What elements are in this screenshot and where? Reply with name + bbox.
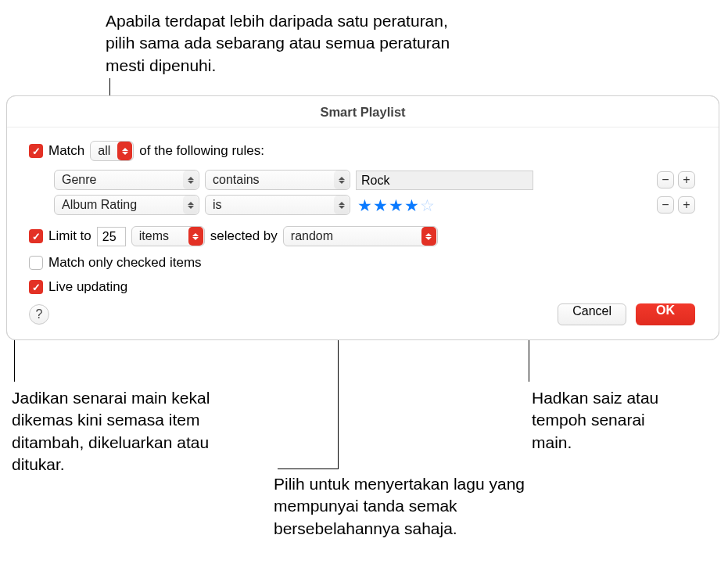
match-only-label: Match only checked items [48, 255, 202, 271]
ok-button[interactable]: OK [636, 303, 695, 325]
callout-text-limit: Hadkan saiz atau tempoh senarai main. [532, 387, 688, 454]
match-only-row: Match only checked items [29, 255, 695, 271]
chevron-updown-icon [188, 227, 203, 246]
rule-field-value: Album Rating [62, 198, 143, 212]
match-label-before: Match [48, 143, 84, 159]
rule-row: Album Rating is ★ ★ ★ ★ ☆ − + [54, 195, 695, 215]
match-mode-value: all [98, 144, 117, 158]
live-updating-row: Live updating [29, 279, 695, 295]
live-updating-checkbox[interactable] [29, 280, 43, 294]
callout-text-top: Apabila terdapat lebih daripada satu per… [106, 10, 465, 77]
rule-value-input[interactable]: Rock [356, 171, 533, 190]
rule-operator-popup[interactable]: contains [205, 170, 350, 190]
chevron-updown-icon [334, 171, 349, 189]
limit-row: Limit to 25 items selected by random [29, 226, 695, 246]
chevron-updown-icon [421, 227, 436, 246]
chevron-updown-icon [183, 196, 198, 214]
star-icon: ☆ [420, 197, 435, 214]
match-checkbox[interactable] [29, 144, 43, 158]
limit-checkbox[interactable] [29, 229, 43, 243]
rules-block: Genre contains Rock − + Album Rating [54, 170, 695, 215]
dialog-footer: ? Cancel OK [29, 303, 695, 325]
limit-method-value: random [291, 229, 339, 243]
limit-method-popup[interactable]: random [283, 226, 438, 246]
remove-rule-button[interactable]: − [657, 196, 674, 214]
rule-field-popup[interactable]: Genre [54, 170, 199, 190]
star-icon: ★ [373, 197, 388, 214]
cancel-button[interactable]: Cancel [558, 303, 626, 325]
help-button[interactable]: ? [29, 304, 49, 325]
rule-field-popup[interactable]: Album Rating [54, 195, 199, 215]
rule-field-value: Genre [62, 173, 102, 187]
callout-text-match-only: Pilih untuk menyertakan lagu yang mempun… [274, 473, 571, 540]
rule-operator-value: is [213, 198, 228, 212]
remove-rule-button[interactable]: − [657, 171, 674, 188]
chevron-updown-icon [183, 171, 198, 189]
limit-label: Limit to [48, 228, 91, 244]
rule-row: Genre contains Rock − + [54, 170, 695, 190]
limit-value-input[interactable]: 25 [97, 227, 126, 246]
rule-value-stars[interactable]: ★ ★ ★ ★ ☆ [356, 197, 435, 214]
star-icon: ★ [389, 197, 403, 214]
limit-selectedby-label: selected by [210, 228, 278, 244]
callout-line [278, 469, 339, 469]
rule-operator-value: contains [213, 173, 266, 187]
add-rule-button[interactable]: + [678, 171, 695, 188]
chevron-updown-icon [334, 196, 349, 214]
rule-operator-popup[interactable]: is [205, 195, 350, 215]
match-row: Match all of the following rules: [29, 141, 695, 161]
limit-unit-popup[interactable]: items [131, 226, 205, 246]
add-rule-button[interactable]: + [678, 196, 695, 214]
dialog-title: Smart Playlist [7, 96, 719, 127]
star-icon: ★ [357, 197, 372, 214]
limit-unit-value: items [139, 229, 175, 243]
match-only-checkbox[interactable] [29, 256, 43, 270]
smart-playlist-dialog: Smart Playlist Match all of the followin… [6, 95, 719, 340]
chevron-updown-icon [117, 142, 132, 160]
live-updating-label: Live updating [48, 279, 127, 295]
match-label-after: of the following rules: [139, 143, 264, 159]
star-icon: ★ [404, 197, 419, 214]
match-mode-popup[interactable]: all [90, 141, 134, 161]
callout-text-live: Jadikan senarai main kekal dikemas kini … [12, 387, 238, 476]
